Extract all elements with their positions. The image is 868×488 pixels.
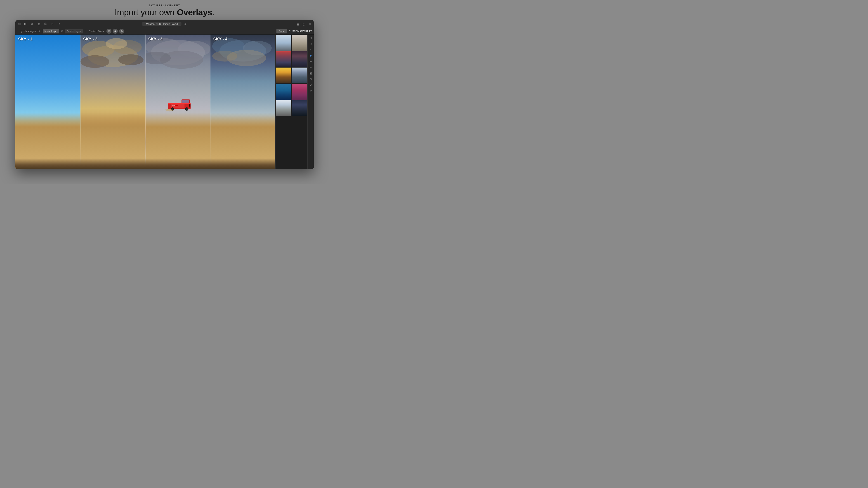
crop-icon[interactable]: ⊕	[308, 76, 313, 82]
layers-icon[interactable]: ◈	[308, 53, 313, 58]
svg-rect-27	[189, 105, 190, 106]
app-title: Mossaik XDR : Image Saved	[143, 22, 182, 26]
thumbnail-9[interactable]	[276, 100, 291, 116]
sky-2-label: SKY - 2	[83, 37, 97, 41]
titlebar-center: Mossaik XDR : Image Saved 👁	[143, 22, 187, 26]
help-icon[interactable]: ⊙	[51, 22, 54, 26]
sand-1	[16, 113, 80, 169]
thumbnail-1[interactable]	[276, 35, 291, 51]
title-regular: Import your own	[115, 8, 177, 17]
sidebar-toggle-icon[interactable]: ⬛	[18, 22, 21, 26]
truck-svg: KENBRI 524	[165, 74, 193, 134]
thumbnail-3[interactable]	[276, 51, 291, 67]
app-window: ⬛ ⊞ ⧉ ▦ ⓘ ⊙ ✦ Mossaik XDR : Image Saved …	[16, 20, 314, 169]
sky-panels: SKY - 1 SKY - 2	[16, 35, 275, 169]
svg-point-4	[81, 55, 109, 68]
thumbnail-8[interactable]	[292, 84, 307, 100]
svg-rect-26	[189, 104, 190, 105]
subtitle: SKY REPLACEMENT	[0, 4, 329, 7]
sidebar-right-icon[interactable]: ▣	[296, 22, 300, 26]
done-button[interactable]: Done	[276, 29, 287, 33]
duplicate-icon[interactable]: ⧉	[30, 22, 34, 26]
circle-icon[interactable]: ◎	[308, 41, 313, 46]
icon-bar: ⊞ ◎ ≡ ◈ Aa ✏ ▣ ⊕ ↺ ↩	[307, 35, 314, 169]
menu-icon[interactable]: ≡	[308, 47, 313, 52]
square-icon[interactable]: ▣	[308, 71, 313, 76]
title-period: .	[212, 8, 215, 17]
svg-text:KENBRI: KENBRI	[172, 105, 175, 106]
sky-4-label: SKY - 4	[213, 37, 227, 41]
window-controls: ⬛	[18, 22, 21, 26]
svg-point-35	[212, 51, 238, 62]
titlebar-right: ▣ ⬚ ✕	[296, 22, 311, 26]
grid-icon[interactable]: ⊞	[308, 35, 313, 40]
custom-overlay-label: CUSTOM OVERLAY	[289, 30, 312, 33]
chart-icon[interactable]: ▦	[37, 22, 41, 26]
sky-1-label: SKY - 1	[18, 37, 32, 41]
clouds-svg-2	[81, 35, 145, 107]
svg-point-30	[165, 109, 170, 110]
thumbnail-5[interactable]	[276, 68, 291, 84]
toolbar-eye-icon[interactable]: 👁	[61, 29, 64, 33]
sky-panel-3[interactable]: SKY - 3	[146, 35, 211, 169]
main-title: Import your own Overlays.	[0, 8, 329, 18]
text-aa-icon[interactable]: Aa	[308, 59, 313, 64]
close-icon[interactable]: ✕	[308, 22, 311, 26]
thumbnail-2[interactable]	[292, 35, 307, 51]
right-sidebar: ⊞ ◎ ≡ ◈ Aa ✏ ▣ ⊕ ↺ ↩	[275, 35, 314, 169]
svg-point-5	[118, 55, 144, 65]
thumbnail-4[interactable]	[292, 51, 307, 67]
titlebar-tools: ⊞ ⧉ ▦ ⓘ ⊙ ✦	[24, 22, 61, 26]
sky-panel-2[interactable]: SKY - 2	[81, 35, 146, 169]
layers-toolbar-icon[interactable]: ⊞	[24, 22, 27, 26]
toolbar: Layer Management Move Layer 👁 Delete Lay…	[16, 28, 314, 35]
svg-point-21	[172, 109, 173, 109]
svg-rect-28	[189, 106, 190, 107]
context-tool-1-button[interactable]: ◎	[106, 29, 112, 34]
sand-2	[81, 113, 145, 169]
context-tool-2-button[interactable]: ◈	[113, 29, 118, 34]
context-tool-3-button[interactable]: ⊕	[119, 29, 124, 34]
context-tools-label: Context Tools	[88, 29, 105, 33]
svg-point-24	[186, 109, 187, 109]
sky-3-label: SKY - 3	[148, 37, 162, 41]
thumbnail-7[interactable]	[276, 84, 291, 100]
svg-point-3	[105, 38, 127, 49]
page-header: SKY REPLACEMENT Import your own Overlays…	[0, 0, 329, 20]
sky-panel-1[interactable]: SKY - 1	[16, 35, 81, 169]
magic-icon[interactable]: ✦	[57, 22, 61, 26]
svg-rect-13	[182, 100, 189, 103]
title-bold: Overlays	[177, 8, 212, 17]
visibility-toggle-icon[interactable]: 👁	[184, 22, 187, 26]
window-icon[interactable]: ⬚	[302, 22, 306, 26]
edit-icon[interactable]: ✏	[308, 65, 313, 70]
toolbar-separator	[85, 29, 85, 33]
refresh-icon[interactable]: ↺	[308, 83, 313, 88]
move-layer-button[interactable]: Move Layer	[43, 29, 59, 33]
sand-4	[211, 113, 275, 169]
thumbnail-10[interactable]	[292, 100, 307, 116]
main-content: SKY - 1 SKY - 2	[16, 35, 314, 169]
layer-management-label: Layer Management	[17, 29, 41, 33]
undo-icon[interactable]: ↩	[308, 88, 313, 93]
info-icon[interactable]: ⓘ	[44, 22, 48, 26]
title-bar: ⬛ ⊞ ⧉ ▦ ⓘ ⊙ ✦ Mossaik XDR : Image Saved …	[16, 20, 314, 28]
thumbnail-6[interactable]	[292, 68, 307, 84]
delete-layer-button[interactable]: Delete Layer	[65, 29, 83, 33]
sky-panel-4[interactable]: SKY - 4	[211, 35, 275, 169]
canvas-area: SKY - 1 SKY - 2	[16, 35, 275, 169]
toolbar-right: Done CUSTOM OVERLAY	[276, 29, 312, 33]
truck-zone: KENBRI 524	[165, 74, 193, 134]
thumbnail-grid	[276, 35, 307, 169]
svg-rect-14	[168, 103, 191, 104]
clouds-svg-4	[211, 35, 275, 107]
